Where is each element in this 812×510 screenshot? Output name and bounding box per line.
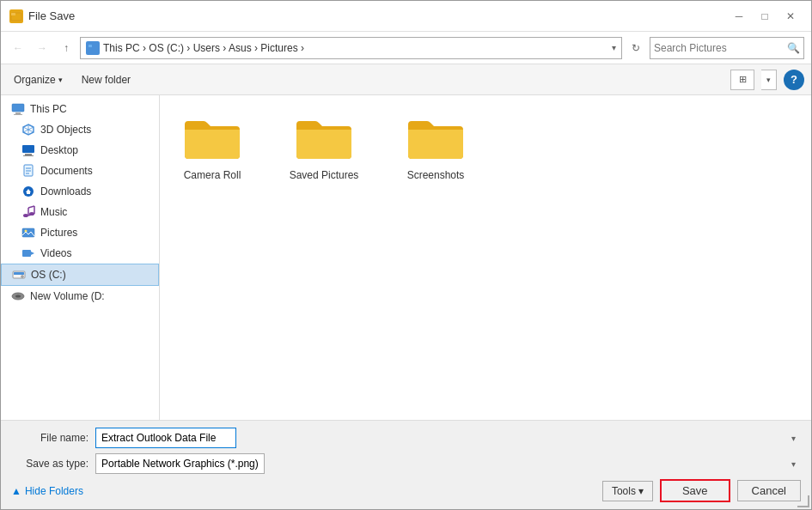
view-button[interactable]: ⊞	[730, 70, 754, 90]
back-button[interactable]: ←	[8, 38, 28, 58]
savetype-label: Save as type:	[11, 458, 89, 470]
file-area: Camera Roll Saved Pictures Screenshots	[160, 95, 811, 420]
refresh-button[interactable]: ↻	[626, 38, 646, 58]
3d-icon	[21, 123, 35, 137]
sidebar-label-music: Music	[40, 206, 67, 218]
savetype-select-wrap: Portable Network Graphics (*.png)	[95, 453, 801, 474]
svg-line-25	[28, 206, 34, 208]
sidebar-item-documents[interactable]: Documents	[1, 161, 159, 181]
search-input[interactable]	[654, 42, 787, 54]
svg-rect-12	[25, 154, 32, 155]
svg-rect-27	[22, 228, 34, 237]
sidebar-item-new-volume[interactable]: New Volume (D:	[1, 286, 159, 307]
pictures-icon	[21, 226, 35, 240]
file-save-dialog: File Save ─ □ ✕ ← → ↑ This PC › OS (C:) …	[0, 0, 812, 510]
title-bar: File Save ─ □ ✕	[1, 1, 811, 32]
documents-icon	[21, 164, 35, 178]
sidebar-item-3d-objects[interactable]: 3D Objects	[1, 119, 159, 140]
sidebar-label-videos: Videos	[40, 247, 71, 259]
hide-folders-chevron: ▲	[11, 485, 21, 497]
search-icon: 🔍	[787, 42, 800, 54]
hide-folders-button[interactable]: ▲ Hide Folders	[11, 485, 83, 497]
videos-icon	[21, 246, 35, 260]
forward-button[interactable]: →	[32, 38, 52, 58]
svg-point-35	[15, 295, 21, 298]
svg-point-21	[23, 214, 28, 217]
sidebar-item-videos[interactable]: Videos	[1, 243, 159, 264]
sidebar-label-downloads: Downloads	[40, 185, 91, 197]
sidebar-item-desktop[interactable]: Desktop	[1, 140, 159, 161]
tools-button[interactable]: Tools ▾	[602, 481, 653, 501]
close-button[interactable]: ✕	[778, 8, 803, 25]
dialog-icon	[9, 9, 23, 23]
hide-folders-label: Hide Folders	[25, 485, 83, 497]
music-icon	[21, 205, 35, 219]
sidebar-label-this-pc: This PC	[30, 103, 67, 115]
address-bar[interactable]: This PC › OS (C:) › Users › Asus › Pictu…	[80, 37, 622, 59]
sidebar-label-documents: Documents	[40, 165, 93, 177]
svg-rect-32	[14, 272, 24, 275]
folder-camera-roll[interactable]: Camera Roll	[174, 109, 251, 181]
navigation-bar: ← → ↑ This PC › OS (C:) › Users › Asus ›…	[1, 32, 811, 64]
desktop-icon	[21, 143, 35, 157]
savetype-row: Save as type: Portable Network Graphics …	[11, 453, 801, 474]
filename-row: File name:	[11, 428, 801, 448]
breadcrumb-path: This PC › OS (C:) › Users › Asus › Pictu…	[103, 42, 608, 54]
drive2-icon	[11, 289, 25, 303]
sidebar-item-music[interactable]: Music	[1, 202, 159, 222]
svg-rect-6	[14, 114, 22, 115]
filename-input-wrap	[95, 428, 801, 448]
svg-point-33	[21, 276, 24, 278]
svg-rect-3	[89, 45, 92, 47]
drive-icon	[12, 268, 26, 282]
folder-saved-pictures[interactable]: Saved Pictures	[285, 109, 363, 181]
svg-rect-29	[22, 250, 31, 257]
savetype-select[interactable]: Portable Network Graphics (*.png)	[95, 453, 265, 474]
folder-label-screenshots: Screenshots	[407, 169, 465, 181]
svg-rect-1	[11, 13, 15, 15]
sidebar-item-os-c[interactable]: OS (C:)	[1, 264, 159, 286]
minimize-button[interactable]: ─	[727, 8, 751, 25]
organize-button[interactable]: Organize ▾	[8, 70, 69, 89]
svg-rect-20	[27, 192, 30, 194]
svg-rect-4	[12, 104, 24, 112]
main-content: This PC 3D Objects Desktop	[1, 95, 811, 420]
sidebar-label-desktop: Desktop	[40, 144, 78, 156]
search-box: 🔍	[650, 37, 804, 59]
sidebar: This PC 3D Objects Desktop	[1, 95, 160, 420]
folder-label-camera-roll: Camera Roll	[184, 169, 241, 181]
save-button[interactable]: Save	[660, 479, 730, 502]
sidebar-label-new-volume: New Volume (D:	[30, 290, 105, 302]
folder-screenshots[interactable]: Screenshots	[397, 109, 474, 181]
sidebar-label-os-c: OS (C:)	[31, 269, 66, 281]
sidebar-label-3d: 3D Objects	[40, 124, 91, 136]
bottom-section: File name: Save as type: Portable Networ…	[1, 420, 811, 509]
svg-rect-11	[22, 145, 34, 153]
tools-chevron: ▾	[638, 485, 644, 497]
sidebar-item-downloads[interactable]: Downloads	[1, 181, 159, 202]
sidebar-label-pictures: Pictures	[40, 227, 77, 239]
svg-marker-30	[31, 252, 34, 255]
bottom-actions-row: ▲ Hide Folders Tools ▾ Save Cancel	[11, 479, 801, 502]
filename-label: File name:	[11, 432, 89, 444]
window-controls: ─ □ ✕	[727, 8, 803, 25]
pc-icon	[11, 102, 25, 116]
filename-input[interactable]	[95, 428, 236, 448]
up-button[interactable]: ↑	[56, 38, 76, 58]
new-folder-button[interactable]: New folder	[76, 70, 137, 89]
view-chevron[interactable]: ▾	[761, 70, 777, 90]
resize-handle[interactable]	[797, 495, 809, 507]
organize-chevron: ▾	[58, 76, 63, 84]
toolbar: Organize ▾ New folder ⊞ ▾ ?	[1, 64, 811, 95]
maximize-button[interactable]: □	[753, 8, 777, 25]
help-button[interactable]: ?	[784, 70, 804, 90]
address-chevron: ▾	[612, 43, 616, 52]
sidebar-item-pictures[interactable]: Pictures	[1, 222, 159, 243]
folder-icon-camera-roll	[181, 109, 243, 164]
dialog-title: File Save	[28, 9, 727, 22]
sidebar-item-this-pc[interactable]: This PC	[1, 99, 159, 119]
svg-rect-5	[15, 112, 21, 114]
address-icon	[86, 41, 100, 55]
folder-icon-saved-pictures	[293, 109, 355, 164]
cancel-button[interactable]: Cancel	[737, 480, 801, 501]
